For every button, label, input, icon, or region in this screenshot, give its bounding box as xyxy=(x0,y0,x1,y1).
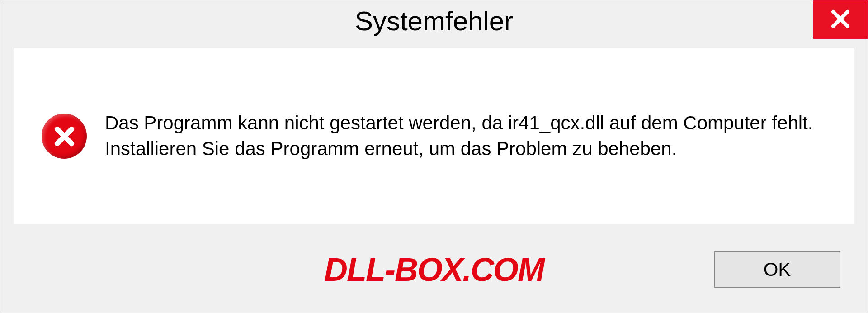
error-message: Das Programm kann nicht gestartet werden… xyxy=(105,110,826,161)
ok-button[interactable]: OK xyxy=(714,251,840,288)
dialog-body: Das Programm kann nicht gestartet werden… xyxy=(14,48,854,224)
watermark-text: DLL-BOX.COM xyxy=(324,251,544,288)
error-icon xyxy=(42,114,87,159)
close-icon xyxy=(830,8,851,32)
dialog-title: Systemfehler xyxy=(355,5,513,37)
close-button[interactable] xyxy=(813,0,868,39)
titlebar: Systemfehler xyxy=(0,0,868,41)
dialog-footer: DLL-BOX.COM OK xyxy=(0,238,868,301)
ok-button-label: OK xyxy=(764,259,791,280)
